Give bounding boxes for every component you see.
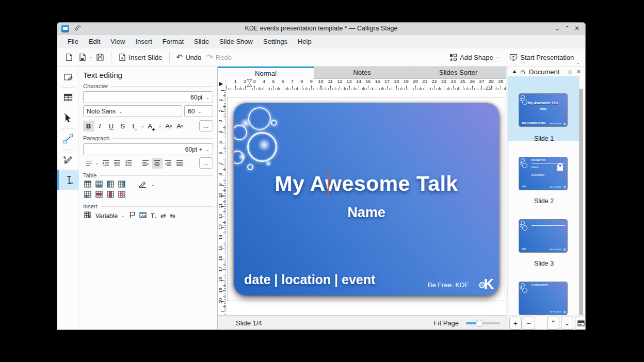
add-shape-button[interactable]: Add Shape xyxy=(447,51,495,64)
minimize-button[interactable]: ⌄ xyxy=(553,24,561,32)
slide-page[interactable]: My Awesome Talk Name date | location | e… xyxy=(227,97,505,301)
edit-shapes-tool[interactable] xyxy=(57,67,79,87)
slide-title-text[interactable]: My Awesome Talk xyxy=(234,172,499,196)
align-justify-button[interactable] xyxy=(174,158,185,169)
maximize-button[interactable]: ⌃ xyxy=(563,24,571,32)
slide-layout-tool[interactable] xyxy=(57,87,79,108)
tab-stop-selector-icon[interactable] xyxy=(219,82,223,86)
title-bar[interactable]: KDE events presentation template * — Cal… xyxy=(57,23,585,35)
move-slide-up-button[interactable]: ⌃ xyxy=(547,317,559,330)
connector-tool[interactable] xyxy=(57,128,79,149)
menu-slide-show[interactable]: Slide Show xyxy=(214,38,258,45)
character-more-button[interactable]: ... xyxy=(199,120,213,131)
insert-image-button[interactable] xyxy=(139,211,147,220)
slide-canvas[interactable]: My Awesome Talk Name date | location | e… xyxy=(227,90,506,315)
slide-thumbnail-label[interactable]: Slide 2 xyxy=(508,198,579,205)
float-docker-icon[interactable]: ◇ xyxy=(568,69,572,75)
list-style-button[interactable] xyxy=(83,158,94,169)
underline-button[interactable]: U xyxy=(106,121,117,131)
bold-button[interactable]: B xyxy=(83,121,94,131)
paragraph-more-button[interactable]: ... xyxy=(199,157,213,169)
first-line-indent-marker[interactable] xyxy=(247,79,252,89)
move-slide-down-button[interactable]: ⌄ xyxy=(561,317,573,330)
start-presentation-button[interactable]: Start Presentation xyxy=(507,51,576,64)
menu-view[interactable]: View xyxy=(105,38,130,45)
start-presentation-chevron-icon[interactable]: ⌄ xyxy=(576,60,580,65)
insert-bookmark-button[interactable] xyxy=(129,211,136,220)
subscript-button[interactable]: Ab xyxy=(174,121,185,131)
merge-cells-button[interactable] xyxy=(84,191,92,200)
strikethrough-button[interactable]: S xyxy=(117,121,128,131)
font-family-combobox[interactable]: Noto Sans ⌄ xyxy=(83,105,182,117)
tab-normal[interactable]: Normal xyxy=(218,67,314,79)
text-tool[interactable] xyxy=(57,170,79,190)
h-ruler[interactable]: 1234567891011121314151617181920212223242… xyxy=(226,79,506,90)
border-pen-button[interactable] xyxy=(138,180,147,189)
insert-column-left-button[interactable] xyxy=(107,180,115,189)
insert-column-right-button[interactable] xyxy=(118,180,126,189)
border-pen-chevron-icon[interactable]: ⌄ xyxy=(150,183,156,187)
menu-settings[interactable]: Settings xyxy=(258,38,293,45)
slide-thumbnail-label[interactable]: Slide 3 xyxy=(508,260,579,267)
highlight-color-button[interactable]: A◆ xyxy=(146,121,157,131)
docker-settings-button[interactable] xyxy=(575,317,586,330)
delete-row-button[interactable] xyxy=(95,191,103,200)
close-docker-icon[interactable]: ✕ xyxy=(576,69,581,75)
delete-table-button[interactable] xyxy=(118,191,126,200)
add-shape-chevron-icon[interactable]: ⌄ xyxy=(496,55,500,59)
tab-notes[interactable]: Notes xyxy=(314,67,411,79)
text-color-button[interactable]: T▪ xyxy=(128,121,139,131)
ruler-corner[interactable] xyxy=(218,79,226,90)
indent-more-button[interactable] xyxy=(101,158,111,169)
list-style-chevron-icon[interactable]: ⌄ xyxy=(94,161,100,166)
insert-table-button[interactable] xyxy=(84,211,92,220)
lock-icon[interactable] xyxy=(521,69,525,75)
open-recent-chevron-icon[interactable]: ⌄ xyxy=(89,55,93,59)
save-button[interactable] xyxy=(93,51,107,64)
v-ruler[interactable]: 1234567891011121314151617181920 xyxy=(218,90,226,315)
slide-thumbnail-1[interactable]: My Awesome Talk Name date | location | e… xyxy=(519,93,568,127)
slide-thumbnail-list[interactable]: My Awesome Talk Name date | location | e… xyxy=(508,76,585,315)
slide-thumbnail-4[interactable]: Conclusion Be Free. KDE ⚙ xyxy=(519,282,568,315)
paragraph-style-combobox[interactable]: 60pt + ⌄ xyxy=(83,143,213,155)
swap-arrows-button[interactable]: ⇄ xyxy=(160,212,166,220)
indent-less-button[interactable] xyxy=(112,158,123,169)
delete-column-button[interactable] xyxy=(107,191,115,200)
add-slide-button[interactable]: + xyxy=(509,317,522,330)
selection-arrow-tool[interactable] xyxy=(57,108,79,128)
collapse-triangle-icon[interactable] xyxy=(512,70,517,74)
slide-thumbnail-3[interactable]: date Be Free. KDE ⚙ xyxy=(519,219,568,253)
distribute-arrows-button[interactable]: ⇆ xyxy=(170,212,175,220)
undo-button[interactable]: ↶ Undo xyxy=(174,51,204,64)
slide-subtitle-text[interactable]: Name xyxy=(234,205,499,221)
variable-dropdown[interactable]: Variable ⌄ xyxy=(95,212,125,220)
character-style-combobox[interactable]: 60pt ⌄ xyxy=(83,91,213,103)
slide-thumbnail-2[interactable]: About me Name Description date Be Free. … xyxy=(519,157,568,190)
tab-slides-sorter[interactable]: Slides Sorter xyxy=(410,67,506,79)
highlight-color-chevron-icon[interactable]: ⌄ xyxy=(157,124,163,128)
open-document-button[interactable] xyxy=(76,51,89,64)
menu-insert[interactable]: Insert xyxy=(130,38,157,45)
align-center-button[interactable] xyxy=(152,158,163,169)
text-color-chevron-icon[interactable]: ⌄ xyxy=(140,124,146,128)
zoom-slider[interactable] xyxy=(466,320,500,327)
italic-button[interactable]: I xyxy=(94,121,105,131)
redo-button[interactable]: ↷ Redo xyxy=(204,51,234,64)
line-spacing-button[interactable] xyxy=(123,158,134,169)
docker-scrollbar[interactable] xyxy=(579,89,583,315)
insert-row-below-button[interactable] xyxy=(95,180,103,189)
menu-edit[interactable]: Edit xyxy=(84,38,105,45)
new-document-button[interactable] xyxy=(62,51,76,64)
path-edit-tool[interactable] xyxy=(57,149,79,170)
close-button[interactable]: ✕ xyxy=(573,24,581,32)
font-size-combobox[interactable]: 60 ⌄ xyxy=(184,105,213,117)
menu-format[interactable]: Format xyxy=(157,38,189,45)
menu-help[interactable]: Help xyxy=(293,38,317,45)
remove-slide-button[interactable]: − xyxy=(523,317,535,330)
superscript-button[interactable]: Ab xyxy=(163,121,174,131)
insert-text-frame-button[interactable]: T₊ xyxy=(151,212,157,220)
slide-thumbnail-label[interactable]: Slide 1 xyxy=(508,135,579,142)
insert-slide-button[interactable]: Insert Slide xyxy=(116,51,165,64)
align-right-button[interactable] xyxy=(163,158,174,169)
insert-row-above-button[interactable] xyxy=(84,180,92,189)
